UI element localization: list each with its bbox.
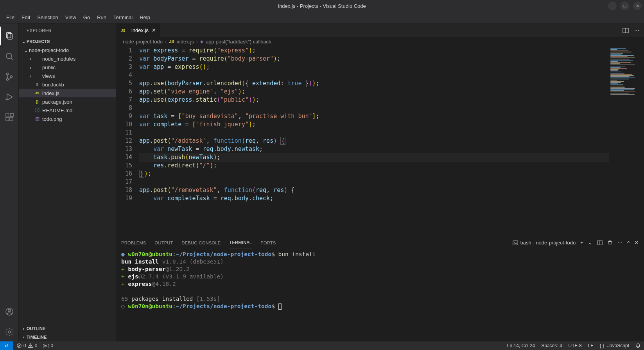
status-eol[interactable]: LF <box>585 341 597 350</box>
remote-button[interactable] <box>0 341 13 350</box>
tree-file-todo-png[interactable]: ▧todo.png <box>19 115 116 123</box>
tree-file-index-js[interactable]: JSindex.js <box>19 89 116 97</box>
sidebar-title: EXPLORER <box>27 28 52 33</box>
svg-marker-7 <box>7 94 13 100</box>
svg-rect-9 <box>6 114 9 117</box>
panel-tabs: PROBLEMSOUTPUTDEBUG CONSOLETERMINALPORTS… <box>116 236 644 249</box>
section-projects[interactable]: ⌄ PROJECTS <box>19 37 116 46</box>
status-encoding[interactable]: UTF-8 <box>565 341 585 350</box>
menu-help[interactable]: Help <box>136 13 153 22</box>
tab-bar: JS index.js ✕ ⋯ <box>116 23 644 37</box>
menu-terminal[interactable]: Terminal <box>110 13 136 22</box>
svg-point-6 <box>10 76 12 78</box>
panel-tab-output[interactable]: OUTPUT <box>155 237 173 248</box>
svg-point-14 <box>8 309 11 312</box>
file-tree: ⌄node-project-todo›node_modules›public›v… <box>19 46 116 324</box>
breadcrumbs[interactable]: node-project-todo › JS index.js › ◈ app.… <box>116 37 644 46</box>
status-bar: 0 0 0 Ln 14, Col 24 Spaces: 4 UTF-8 LF {… <box>0 341 644 350</box>
sidebar-more-icon[interactable]: ⋯ <box>107 28 111 33</box>
svg-rect-11 <box>10 118 13 121</box>
close-panel-icon[interactable]: ✕ <box>634 240 639 246</box>
editor-body[interactable]: 12345678910111213141516171819 var expres… <box>116 46 644 236</box>
terminal-dropdown-icon[interactable]: ⌄ <box>588 240 592 246</box>
panel-more-icon[interactable]: ⋯ <box>617 240 622 246</box>
sidebar: EXPLORER ⋯ ⌄ PROJECTS ⌄node-project-todo… <box>19 23 116 341</box>
code-content[interactable]: var express = require("express");var bod… <box>139 46 609 236</box>
bottom-panel: PROBLEMSOUTPUTDEBUG CONSOLETERMINALPORTS… <box>116 236 644 341</box>
svg-rect-1 <box>8 34 12 39</box>
panel-tab-debug-console[interactable]: DEBUG CONSOLE <box>182 237 221 248</box>
menu-selection[interactable]: Selection <box>34 13 61 22</box>
chevron-down-icon: ⌄ <box>20 39 27 44</box>
extensions-icon[interactable] <box>0 108 19 127</box>
section-outline[interactable]: › OUTLINE <box>19 324 116 333</box>
status-ports[interactable]: 0 <box>40 341 56 350</box>
terminal[interactable]: ● w0n70n@ubuntu:~/Projects/node-project-… <box>116 249 644 341</box>
tree-folder-public[interactable]: ›public <box>19 63 116 72</box>
menu-run[interactable]: Run <box>94 13 109 22</box>
split-editor-icon[interactable] <box>622 27 629 34</box>
new-terminal-icon[interactable]: + <box>580 240 583 246</box>
panel-tab-problems[interactable]: PROBLEMS <box>121 237 146 248</box>
menu-edit[interactable]: Edit <box>18 13 33 22</box>
menubar: FileEditSelectionViewGoRunTerminalHelp <box>0 12 644 23</box>
maximize-panel-icon[interactable]: ^ <box>627 240 630 246</box>
split-terminal-icon[interactable] <box>597 240 603 246</box>
titlebar: index.js - Projects - Visual Studio Code… <box>0 0 644 12</box>
tree-root[interactable]: ⌄node-project-todo <box>19 46 116 54</box>
activity-bar <box>0 23 19 341</box>
close-button[interactable]: ✕ <box>633 2 642 10</box>
svg-rect-18 <box>513 241 518 245</box>
svg-point-5 <box>6 79 8 81</box>
tree-file-bun-lockb[interactable]: ≡bun.lockb <box>19 80 116 89</box>
settings-gear-icon[interactable] <box>0 323 19 341</box>
svg-point-8 <box>6 99 7 100</box>
method-icon: ◈ <box>200 39 203 44</box>
svg-point-2 <box>6 53 12 59</box>
editor-area: JS index.js ✕ ⋯ node-project-todo › JS i… <box>116 23 644 341</box>
explorer-icon[interactable] <box>0 27 19 45</box>
line-numbers: 12345678910111213141516171819 <box>116 46 139 236</box>
chevron-right-icon: › <box>20 335 27 339</box>
svg-point-15 <box>8 331 11 333</box>
accounts-icon[interactable] <box>0 302 19 321</box>
status-errors[interactable]: 0 0 <box>13 341 40 350</box>
close-tab-icon[interactable]: ✕ <box>152 27 156 33</box>
terminal-shell-label[interactable]: bash - node-project-todo <box>513 240 576 246</box>
more-actions-icon[interactable]: ⋯ <box>634 27 639 33</box>
svg-line-3 <box>11 58 13 60</box>
status-language[interactable]: { }JavaScript <box>597 341 632 350</box>
svg-point-26 <box>46 345 47 346</box>
status-indent[interactable]: Spaces: 4 <box>538 341 565 350</box>
panel-tab-ports[interactable]: PORTS <box>260 237 276 248</box>
maximize-button[interactable]: □ <box>621 2 629 10</box>
source-control-icon[interactable] <box>0 67 19 86</box>
kill-terminal-icon[interactable] <box>607 240 613 246</box>
minimap[interactable] <box>609 46 644 236</box>
tree-file-README-md[interactable]: ⓘREADME.md <box>19 106 116 115</box>
tree-folder-node_modules[interactable]: ›node_modules <box>19 54 116 63</box>
menu-file[interactable]: File <box>3 13 18 22</box>
status-cursor-pos[interactable]: Ln 14, Col 24 <box>504 341 538 350</box>
panel-tab-terminal[interactable]: TERMINAL <box>229 237 252 248</box>
menu-go[interactable]: Go <box>80 13 93 22</box>
chevron-right-icon: › <box>20 326 27 331</box>
status-notifications-icon[interactable] <box>632 341 644 350</box>
tree-folder-views[interactable]: ›views <box>19 72 116 80</box>
svg-rect-10 <box>6 118 9 121</box>
svg-rect-0 <box>7 32 11 38</box>
window-title: index.js - Projects - Visual Studio Code <box>278 3 366 9</box>
menu-view[interactable]: View <box>62 13 79 22</box>
svg-point-25 <box>30 346 30 347</box>
section-timeline[interactable]: › TIMELINE <box>19 333 116 341</box>
minimize-button[interactable]: ─ <box>608 2 617 10</box>
js-file-icon: JS <box>169 39 174 44</box>
js-file-icon: JS <box>120 29 127 32</box>
svg-rect-12 <box>10 113 13 117</box>
tree-file-package-json[interactable]: {}package.json <box>19 97 116 106</box>
svg-point-4 <box>6 73 8 75</box>
search-icon[interactable] <box>0 47 19 66</box>
tab-index-js[interactable]: JS index.js ✕ <box>116 23 160 37</box>
run-debug-icon[interactable] <box>0 88 19 106</box>
